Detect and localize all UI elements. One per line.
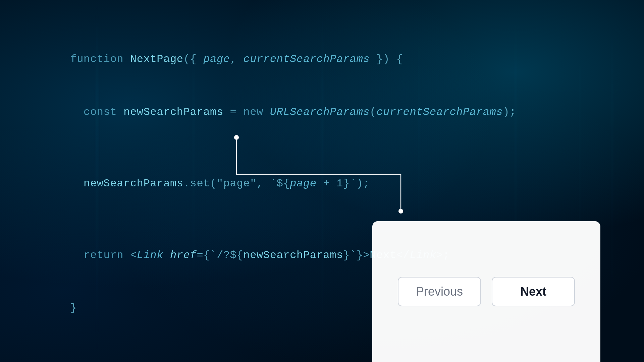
code-line-3-empty <box>44 139 516 157</box>
code-line-4: newSearchParams.set("page", `${page + 1}… <box>44 158 516 209</box>
previous-button[interactable]: Previous <box>398 277 481 306</box>
next-button[interactable]: Next <box>492 277 575 306</box>
code-line-1: function NextPage({ page, currentSearchP… <box>44 34 516 85</box>
keyword-function: function <box>70 53 130 65</box>
bottom-panel: Previous Next <box>372 221 600 362</box>
fn-name: NextPage <box>130 53 183 65</box>
code-line-2: const newSearchParams = new URLSearchPar… <box>44 86 516 138</box>
